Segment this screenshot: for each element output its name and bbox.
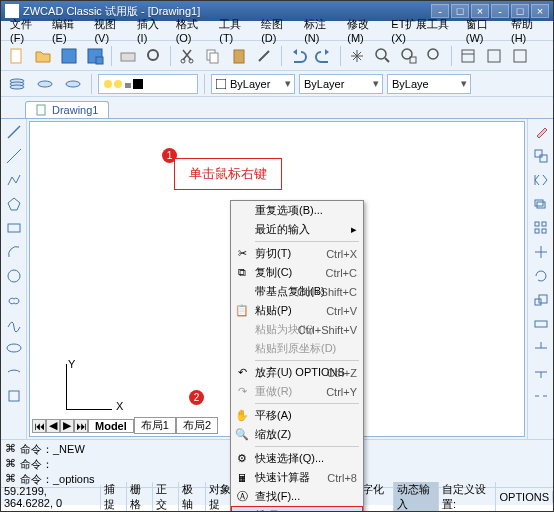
menu-window[interactable]: 窗口(W) — [461, 15, 506, 46]
sheet-prev-button[interactable]: ◀ — [46, 419, 60, 433]
zoom-rt-button[interactable] — [371, 44, 395, 68]
menu-dim[interactable]: 标注(N) — [299, 15, 342, 46]
sheet-last-button[interactable]: ⏭ — [74, 419, 88, 433]
svg-marker-33 — [8, 198, 20, 210]
layer-prev-button[interactable] — [33, 72, 57, 96]
ctx-cut[interactable]: ✂剪切(T)Ctrl+X — [231, 244, 363, 263]
move-button[interactable] — [530, 241, 552, 263]
drawing-canvas[interactable]: 1 单击鼠标右键 重复选项(B)... 最近的输入▸ ✂剪切(T)Ctrl+X … — [29, 121, 525, 437]
sheet-model[interactable]: Model — [88, 419, 134, 433]
zoom-win-button[interactable] — [397, 44, 421, 68]
erase-button[interactable] — [530, 121, 552, 143]
menu-draw[interactable]: 绘图(D) — [256, 15, 299, 46]
menu-format[interactable]: 格式(O) — [171, 15, 215, 46]
status-polar[interactable]: 极轴 — [179, 482, 205, 512]
revcloud-button[interactable] — [3, 289, 25, 311]
sheet-first-button[interactable]: ⏮ — [32, 419, 46, 433]
ctx-copybase[interactable]: 带基点复制(B)Ctrl+Shift+C — [231, 282, 363, 301]
toolpalette-button[interactable] — [508, 44, 532, 68]
rotate-button[interactable] — [530, 265, 552, 287]
undo-button[interactable] — [286, 44, 310, 68]
color-combo[interactable]: ByLayer — [211, 74, 295, 94]
ctx-recent[interactable]: 最近的输入▸ — [231, 220, 363, 239]
rectangle-button[interactable] — [3, 217, 25, 239]
line-button[interactable] — [3, 121, 25, 143]
arrow-right-icon: ▸ — [351, 223, 357, 236]
plot-button[interactable] — [116, 44, 140, 68]
status-ortho[interactable]: 正交 — [153, 482, 179, 512]
layer-mgr-button[interactable] — [5, 72, 29, 96]
designcenter-button[interactable] — [482, 44, 506, 68]
xline-button[interactable] — [3, 145, 25, 167]
status-dyn[interactable]: 动态输入 — [394, 482, 439, 512]
svg-rect-40 — [535, 200, 543, 206]
menu-edit[interactable]: 编辑(E) — [47, 15, 90, 46]
status-custom[interactable]: 自定义设置: — [439, 482, 497, 512]
new-button[interactable] — [5, 44, 29, 68]
cmd-icon: ⌘ — [5, 457, 16, 472]
lineweight-combo[interactable]: ByLaye — [387, 74, 471, 94]
ellipse-button[interactable] — [3, 337, 25, 359]
offset-button[interactable] — [530, 193, 552, 215]
tab-drawing1[interactable]: Drawing1 — [25, 101, 109, 118]
open-button[interactable] — [31, 44, 55, 68]
menu-view[interactable]: 视图(V) — [89, 15, 132, 46]
copyobj-button[interactable] — [530, 145, 552, 167]
svg-point-22 — [10, 85, 24, 89]
array-button[interactable] — [530, 217, 552, 239]
zoom-prev-button[interactable] — [423, 44, 447, 68]
scale-button[interactable] — [530, 289, 552, 311]
save-button[interactable] — [57, 44, 81, 68]
copy-button[interactable] — [201, 44, 225, 68]
sheet-layout2[interactable]: 布局2 — [176, 417, 218, 434]
annotation-marker-2: 2 — [189, 390, 204, 405]
arc-button[interactable] — [3, 241, 25, 263]
trim-button[interactable] — [530, 337, 552, 359]
mirror-button[interactable] — [530, 169, 552, 191]
pline-button[interactable] — [3, 169, 25, 191]
menu-insert[interactable]: 插入(I) — [132, 15, 171, 46]
ctx-pan[interactable]: ✋平移(A) — [231, 406, 363, 425]
menu-tools[interactable]: 工具(T) — [214, 15, 256, 46]
matchprop-button[interactable] — [253, 44, 277, 68]
sheet-next-button[interactable]: ▶ — [60, 419, 74, 433]
ctx-find[interactable]: Ⓐ查找(F)... — [231, 487, 363, 506]
clipboard-icon: 📋 — [235, 304, 249, 318]
layer-state-button[interactable] — [61, 72, 85, 96]
paste-button[interactable] — [227, 44, 251, 68]
circle-button[interactable] — [3, 265, 25, 287]
lt-value: ByLayer — [304, 78, 344, 90]
extend-button[interactable] — [530, 361, 552, 383]
ctx-copy[interactable]: ⧉复制(C)Ctrl+C — [231, 263, 363, 282]
stretch-button[interactable] — [530, 313, 552, 335]
preview-button[interactable] — [142, 44, 166, 68]
cut-button[interactable] — [175, 44, 199, 68]
menu-et[interactable]: ET扩展工具(X) — [386, 15, 460, 46]
spline-button[interactable] — [3, 313, 25, 335]
pan-button[interactable] — [345, 44, 369, 68]
polygon-button[interactable] — [3, 193, 25, 215]
break-button[interactable] — [530, 385, 552, 407]
ctx-options[interactable]: ✔选项(O)... — [231, 506, 363, 512]
menu-file[interactable]: 文件(F) — [5, 15, 47, 46]
linetype-combo[interactable]: ByLayer — [299, 74, 383, 94]
ctx-repeat[interactable]: 重复选项(B)... — [231, 201, 363, 220]
menu-modify[interactable]: 修改(M) — [342, 15, 386, 46]
ctx-qcalc[interactable]: 🖩快速计算器Ctrl+8 — [231, 468, 363, 487]
layer-combo[interactable] — [98, 74, 198, 94]
sheet-layout1[interactable]: 布局1 — [134, 417, 176, 434]
menu-help[interactable]: 帮助(H) — [506, 15, 549, 46]
ctx-zoom[interactable]: 🔍缩放(Z) — [231, 425, 363, 444]
ctx-qselect[interactable]: ⚙快速选择(Q)... — [231, 449, 363, 468]
status-grid[interactable]: 栅格 — [127, 482, 153, 512]
ctx-paste[interactable]: 📋粘贴(P)Ctrl+V — [231, 301, 363, 320]
ctx-undo[interactable]: ↶放弃(U) OPTIONSCtrl+Z — [231, 363, 363, 382]
insert-button[interactable] — [3, 385, 25, 407]
properties-button[interactable] — [456, 44, 480, 68]
svg-rect-3 — [96, 57, 103, 64]
ellipsearc-button[interactable] — [3, 361, 25, 383]
coord-display[interactable]: 59.2199, 364.6282, 0 — [1, 485, 101, 509]
saveas-button[interactable] — [83, 44, 107, 68]
redo-button[interactable] — [312, 44, 336, 68]
status-snap[interactable]: 捕捉 — [101, 482, 127, 512]
